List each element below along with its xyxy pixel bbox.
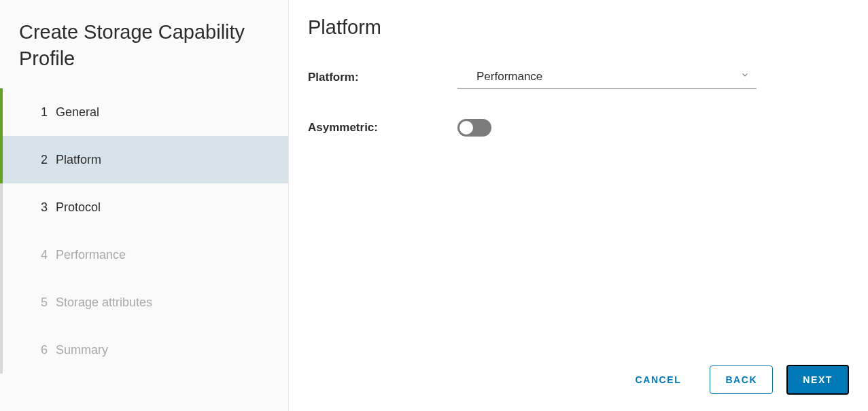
step-number: 2	[41, 153, 48, 167]
wizard-sidebar: Create Storage Capability Profile 1 Gene…	[0, 0, 289, 411]
platform-label: Platform:	[308, 71, 457, 84]
wizard-root: Create Storage Capability Profile 1 Gene…	[0, 0, 868, 411]
next-button[interactable]: NEXT	[786, 365, 849, 395]
page-title: Platform	[308, 16, 849, 39]
step-label: Summary	[56, 343, 108, 357]
platform-row: Platform: Performance	[308, 66, 849, 89]
step-number: 6	[41, 343, 48, 357]
step-label: Storage attributes	[56, 296, 152, 310]
step-label: Performance	[56, 248, 126, 262]
step-storage-attributes: 5 Storage attributes	[0, 279, 288, 326]
asymmetric-label: Asymmetric:	[308, 121, 457, 135]
step-label: Protocol	[56, 200, 101, 215]
step-number: 4	[41, 248, 48, 262]
step-label: Platform	[56, 153, 101, 167]
wizard-footer: CANCEL BACK NEXT	[308, 365, 849, 395]
back-button[interactable]: BACK	[710, 365, 773, 394]
step-general[interactable]: 1 General	[0, 88, 288, 136]
toggle-knob	[459, 121, 473, 135]
cancel-button[interactable]: CANCEL	[620, 366, 696, 393]
step-platform[interactable]: 2 Platform	[0, 136, 288, 183]
asymmetric-row: Asymmetric:	[308, 119, 849, 137]
wizard-steps: 1 General 2 Platform 3 Protocol 4 Perfor…	[0, 88, 288, 374]
platform-select[interactable]: Performance	[457, 66, 757, 89]
platform-select-wrap: Performance	[457, 66, 757, 89]
step-summary: 6 Summary	[0, 326, 288, 374]
asymmetric-toggle[interactable]	[457, 119, 491, 137]
step-protocol[interactable]: 3 Protocol	[0, 183, 288, 231]
step-number: 3	[41, 200, 48, 215]
wizard-title: Create Storage Capability Profile	[0, 19, 288, 88]
step-label: General	[56, 105, 99, 120]
step-performance: 4 Performance	[0, 231, 288, 279]
step-number: 1	[41, 105, 48, 120]
wizard-content: Platform Platform: Performance Asymmetri…	[289, 0, 868, 411]
step-number: 5	[41, 296, 48, 310]
